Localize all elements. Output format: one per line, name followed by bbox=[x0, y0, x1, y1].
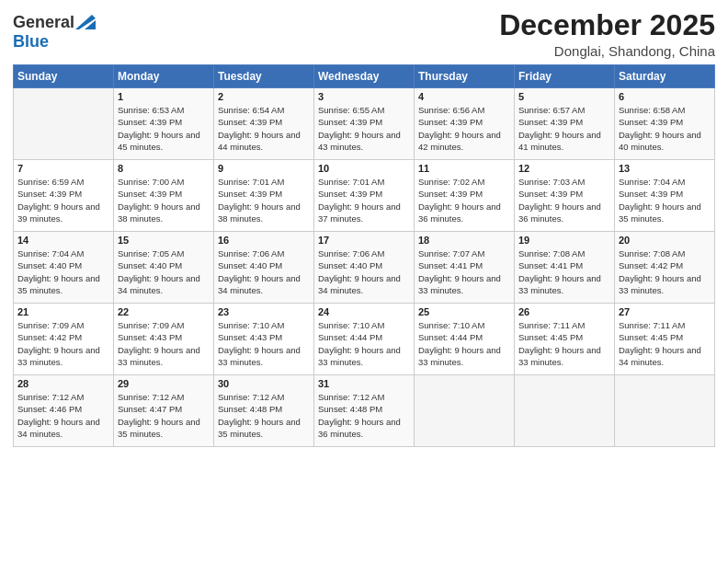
calendar-table: Sunday Monday Tuesday Wednesday Thursday… bbox=[13, 64, 715, 447]
day-info: Sunrise: 7:09 AMSunset: 4:42 PMDaylight:… bbox=[17, 319, 109, 368]
calendar-cell: 7Sunrise: 6:59 AMSunset: 4:39 PMDaylight… bbox=[14, 160, 114, 232]
calendar-cell bbox=[14, 88, 114, 160]
day-info: Sunrise: 7:01 AMSunset: 4:39 PMDaylight:… bbox=[218, 176, 310, 224]
logo-blue-text: Blue bbox=[13, 32, 49, 51]
day-number: 12 bbox=[518, 163, 610, 174]
day-info: Sunrise: 7:05 AMSunset: 4:40 PMDaylight:… bbox=[118, 247, 210, 296]
day-number: 20 bbox=[619, 235, 711, 246]
day-number: 19 bbox=[518, 235, 610, 246]
col-tuesday: Tuesday bbox=[214, 65, 314, 88]
calendar-cell: 26Sunrise: 7:11 AMSunset: 4:45 PMDayligh… bbox=[515, 304, 615, 375]
day-info: Sunrise: 7:06 AMSunset: 4:40 PMDaylight:… bbox=[318, 247, 410, 296]
day-number: 2 bbox=[218, 91, 310, 102]
logo: General Blue bbox=[13, 13, 96, 52]
calendar-cell: 17Sunrise: 7:06 AMSunset: 4:40 PMDayligh… bbox=[314, 232, 415, 304]
day-info: Sunrise: 7:01 AMSunset: 4:39 PMDaylight:… bbox=[318, 176, 410, 224]
calendar-container: General Blue December 2025 Donglai, Shan… bbox=[0, 0, 728, 563]
day-number: 13 bbox=[619, 163, 711, 174]
col-saturday: Saturday bbox=[615, 65, 715, 88]
calendar-cell: 10Sunrise: 7:01 AMSunset: 4:39 PMDayligh… bbox=[314, 160, 415, 232]
week-row-2: 14Sunrise: 7:04 AMSunset: 4:40 PMDayligh… bbox=[14, 232, 715, 304]
calendar-cell bbox=[415, 375, 515, 447]
col-monday: Monday bbox=[114, 65, 214, 88]
day-number: 14 bbox=[17, 235, 109, 246]
day-info: Sunrise: 7:07 AMSunset: 4:41 PMDaylight:… bbox=[418, 247, 510, 296]
calendar-cell: 31Sunrise: 7:12 AMSunset: 4:48 PMDayligh… bbox=[314, 375, 415, 447]
calendar-cell bbox=[515, 375, 615, 447]
calendar-cell: 8Sunrise: 7:00 AMSunset: 4:39 PMDaylight… bbox=[114, 160, 214, 232]
logo-icon bbox=[75, 15, 96, 29]
col-thursday: Thursday bbox=[415, 65, 515, 88]
day-info: Sunrise: 7:11 AMSunset: 4:45 PMDaylight:… bbox=[619, 319, 711, 368]
day-number: 27 bbox=[619, 306, 711, 317]
month-title: December 2025 bbox=[499, 9, 715, 41]
day-info: Sunrise: 7:03 AMSunset: 4:39 PMDaylight:… bbox=[518, 176, 610, 224]
day-number: 26 bbox=[518, 306, 610, 317]
day-info: Sunrise: 7:08 AMSunset: 4:41 PMDaylight:… bbox=[518, 247, 610, 296]
day-number: 6 bbox=[619, 91, 711, 102]
day-number: 23 bbox=[218, 306, 310, 317]
day-number: 7 bbox=[17, 163, 109, 174]
calendar-cell: 29Sunrise: 7:12 AMSunset: 4:47 PMDayligh… bbox=[114, 375, 214, 447]
week-row-1: 7Sunrise: 6:59 AMSunset: 4:39 PMDaylight… bbox=[14, 160, 715, 232]
day-number: 15 bbox=[118, 235, 210, 246]
week-row-4: 28Sunrise: 7:12 AMSunset: 4:46 PMDayligh… bbox=[14, 375, 715, 447]
day-number: 17 bbox=[318, 235, 410, 246]
day-number: 21 bbox=[17, 306, 109, 317]
day-number: 29 bbox=[118, 378, 210, 389]
day-info: Sunrise: 7:11 AMSunset: 4:45 PMDaylight:… bbox=[518, 319, 610, 368]
calendar-cell bbox=[615, 375, 715, 447]
week-row-0: 1Sunrise: 6:53 AMSunset: 4:39 PMDaylight… bbox=[14, 88, 715, 160]
day-info: Sunrise: 6:57 AMSunset: 4:39 PMDaylight:… bbox=[518, 104, 610, 153]
day-number: 10 bbox=[318, 163, 410, 174]
day-number: 30 bbox=[218, 378, 310, 389]
day-info: Sunrise: 7:08 AMSunset: 4:42 PMDaylight:… bbox=[619, 247, 711, 296]
calendar-cell: 30Sunrise: 7:12 AMSunset: 4:48 PMDayligh… bbox=[214, 375, 314, 447]
calendar-cell: 5Sunrise: 6:57 AMSunset: 4:39 PMDaylight… bbox=[515, 88, 615, 160]
day-info: Sunrise: 7:10 AMSunset: 4:43 PMDaylight:… bbox=[218, 319, 310, 368]
day-info: Sunrise: 6:58 AMSunset: 4:39 PMDaylight:… bbox=[619, 104, 711, 153]
calendar-cell: 16Sunrise: 7:06 AMSunset: 4:40 PMDayligh… bbox=[214, 232, 314, 304]
day-info: Sunrise: 7:12 AMSunset: 4:48 PMDaylight:… bbox=[218, 391, 310, 440]
calendar-cell: 9Sunrise: 7:01 AMSunset: 4:39 PMDaylight… bbox=[214, 160, 314, 232]
day-number: 5 bbox=[518, 91, 610, 102]
calendar-cell: 27Sunrise: 7:11 AMSunset: 4:45 PMDayligh… bbox=[615, 304, 715, 375]
calendar-cell: 2Sunrise: 6:54 AMSunset: 4:39 PMDaylight… bbox=[214, 88, 314, 160]
day-info: Sunrise: 7:12 AMSunset: 4:48 PMDaylight:… bbox=[318, 391, 410, 440]
day-number: 16 bbox=[218, 235, 310, 246]
day-info: Sunrise: 6:55 AMSunset: 4:39 PMDaylight:… bbox=[318, 104, 410, 153]
day-number: 3 bbox=[318, 91, 410, 102]
calendar-cell: 4Sunrise: 6:56 AMSunset: 4:39 PMDaylight… bbox=[415, 88, 515, 160]
day-info: Sunrise: 7:02 AMSunset: 4:39 PMDaylight:… bbox=[418, 176, 510, 224]
day-info: Sunrise: 7:09 AMSunset: 4:43 PMDaylight:… bbox=[118, 319, 210, 368]
title-block: December 2025 Donglai, Shandong, China bbox=[499, 9, 715, 59]
header: General Blue December 2025 Donglai, Shan… bbox=[13, 9, 715, 59]
logo-general-text: General bbox=[13, 13, 74, 32]
calendar-cell: 1Sunrise: 6:53 AMSunset: 4:39 PMDaylight… bbox=[114, 88, 214, 160]
day-number: 18 bbox=[418, 235, 510, 246]
day-number: 4 bbox=[418, 91, 510, 102]
calendar-cell: 11Sunrise: 7:02 AMSunset: 4:39 PMDayligh… bbox=[415, 160, 515, 232]
calendar-cell: 15Sunrise: 7:05 AMSunset: 4:40 PMDayligh… bbox=[114, 232, 214, 304]
day-number: 8 bbox=[118, 163, 210, 174]
calendar-cell: 6Sunrise: 6:58 AMSunset: 4:39 PMDaylight… bbox=[615, 88, 715, 160]
col-wednesday: Wednesday bbox=[314, 65, 415, 88]
calendar-cell: 3Sunrise: 6:55 AMSunset: 4:39 PMDaylight… bbox=[314, 88, 415, 160]
day-info: Sunrise: 7:04 AMSunset: 4:39 PMDaylight:… bbox=[619, 176, 711, 224]
day-info: Sunrise: 6:56 AMSunset: 4:39 PMDaylight:… bbox=[418, 104, 510, 153]
day-number: 9 bbox=[218, 163, 310, 174]
day-info: Sunrise: 6:53 AMSunset: 4:39 PMDaylight:… bbox=[118, 104, 210, 153]
day-number: 22 bbox=[118, 306, 210, 317]
day-info: Sunrise: 7:12 AMSunset: 4:47 PMDaylight:… bbox=[118, 391, 210, 440]
calendar-cell: 20Sunrise: 7:08 AMSunset: 4:42 PMDayligh… bbox=[615, 232, 715, 304]
day-number: 24 bbox=[318, 306, 410, 317]
day-info: Sunrise: 6:59 AMSunset: 4:39 PMDaylight:… bbox=[17, 176, 109, 224]
day-number: 28 bbox=[17, 378, 109, 389]
day-number: 31 bbox=[318, 378, 410, 389]
calendar-cell: 22Sunrise: 7:09 AMSunset: 4:43 PMDayligh… bbox=[114, 304, 214, 375]
calendar-cell: 21Sunrise: 7:09 AMSunset: 4:42 PMDayligh… bbox=[14, 304, 114, 375]
calendar-cell: 19Sunrise: 7:08 AMSunset: 4:41 PMDayligh… bbox=[515, 232, 615, 304]
day-info: Sunrise: 7:04 AMSunset: 4:40 PMDaylight:… bbox=[17, 247, 109, 296]
location: Donglai, Shandong, China bbox=[499, 43, 715, 59]
day-info: Sunrise: 7:00 AMSunset: 4:39 PMDaylight:… bbox=[118, 176, 210, 224]
